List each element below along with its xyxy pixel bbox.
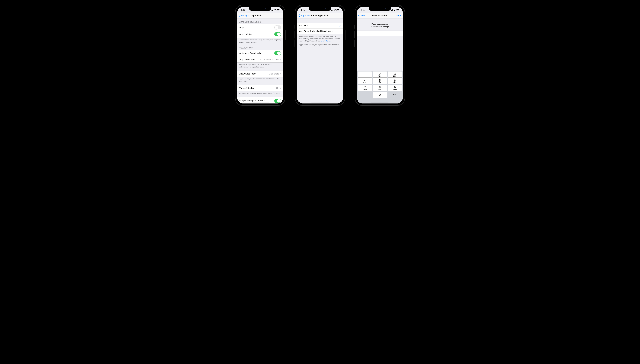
back-label: Settings: [241, 14, 249, 17]
option-label: App Store: [299, 24, 309, 27]
key-6[interactable]: 6MNO: [388, 78, 402, 84]
row-allow-apps-from[interactable]: Allow Apps From App Store: [237, 71, 283, 77]
wifi-icon: [334, 9, 336, 11]
row-auto-downloads[interactable]: Automatic Downloads: [237, 50, 283, 57]
row-app-downloads[interactable]: App Downloads Ask If Over 200 MB: [237, 57, 283, 62]
chevron-left-icon: [239, 14, 240, 17]
section-header: Cellular Data: [237, 44, 283, 50]
status-time: 9:41: [241, 9, 245, 11]
row-label: Apps: [239, 26, 244, 29]
key-4[interactable]: 4GHI: [358, 78, 372, 84]
row-label: App Updates: [239, 33, 252, 36]
done-button[interactable]: Done: [396, 14, 402, 17]
key-2[interactable]: 2ABC: [373, 72, 387, 78]
learn-more-link[interactable]: Learn More…: [321, 40, 331, 42]
cellular-icon: [391, 9, 393, 11]
wifi-icon: [393, 9, 396, 11]
cellular-icon: [271, 9, 273, 11]
chevron-right-icon: [280, 59, 281, 60]
passcode-input[interactable]: [357, 30, 403, 36]
section-header: Automatic Downloads: [237, 18, 283, 24]
row-value: App Store: [269, 72, 279, 75]
option-label: App Store & Identified Developers: [299, 30, 332, 33]
row-value: Ask If Over 200 MB: [260, 58, 279, 61]
key-3[interactable]: 3DEF: [388, 72, 402, 78]
key-0[interactable]: 0: [373, 92, 387, 98]
row-label: App Downloads: [239, 58, 255, 61]
section-footer: Automatically play app preview videos in…: [237, 91, 283, 96]
option-identified-developers[interactable]: App Store & Identified Developers: [297, 28, 343, 34]
key-7[interactable]: 7PQRS: [358, 85, 372, 91]
toggle-apps[interactable]: [274, 25, 281, 30]
back-button[interactable]: Settings: [239, 14, 249, 17]
option-app-store[interactable]: App Store: [297, 23, 343, 28]
svg-rect-1: [277, 9, 279, 10]
navbar: Cencel Enter Passcode Done: [357, 13, 403, 18]
row-apps[interactable]: Apps: [237, 24, 283, 31]
phone-appstore-settings: 9:41 Settings App Store Automatic Downlo…: [235, 5, 285, 105]
cellular-icon: [331, 9, 333, 11]
key-8[interactable]: 8TUV: [373, 85, 387, 91]
back-label: App Store: [300, 14, 310, 17]
numeric-keypad: 1 2ABC 3DEF 4GHI 5JKL 6MNO 7PQRS 8TUV 9W…: [357, 71, 403, 104]
key-9[interactable]: 9WXYZ: [388, 85, 402, 91]
status-time: 9:41: [361, 9, 364, 11]
back-button[interactable]: App Store: [298, 14, 310, 17]
toggle-app-updates[interactable]: [274, 32, 281, 36]
key-5[interactable]: 5JKL: [373, 78, 387, 84]
backspace-icon: [393, 94, 396, 96]
svg-rect-7: [396, 9, 399, 10]
section-footer: Automatically download new purchases (in…: [237, 38, 283, 44]
phone-enter-passcode: 9:41 Cencel Enter Passcode Done Enter yo…: [355, 5, 405, 105]
navbar: Settings App Store: [237, 13, 283, 18]
wifi-icon: [274, 9, 276, 11]
key-empty: [358, 92, 372, 98]
row-ratings[interactable]: In-App Ratings & Reviews: [237, 97, 283, 104]
section-footer: Apps distributed by your organization ar…: [297, 43, 343, 47]
svg-rect-8: [399, 10, 399, 10]
key-1[interactable]: 1: [358, 72, 372, 78]
section-footer: Apps can only be downloaded and installe…: [237, 77, 283, 83]
home-indicator[interactable]: [311, 102, 329, 102]
svg-rect-5: [339, 10, 340, 10]
row-label: Allow Apps From: [239, 72, 256, 75]
checkmark-icon: [339, 25, 341, 26]
svg-rect-2: [280, 10, 280, 10]
toggle-auto-downloads[interactable]: [274, 51, 281, 55]
battery-icon: [396, 9, 400, 11]
key-backspace[interactable]: [388, 92, 402, 98]
text-cursor: [359, 32, 359, 35]
passcode-prompt: Enter your passcodeto confirm this chang…: [357, 18, 403, 30]
row-video-autoplay[interactable]: Video Autoplay On: [237, 85, 283, 91]
status-time: 9:41: [301, 9, 305, 11]
section-footer: Only allow apps under 200 MB to download…: [237, 62, 283, 69]
section-footer: Apps downloaded from outside the App Sto…: [297, 34, 343, 43]
toggle-ratings[interactable]: [274, 99, 281, 103]
phone-allow-apps-from: 9:41 App Store Allow Apps From App Store: [295, 5, 345, 105]
home-indicator[interactable]: [251, 102, 269, 102]
battery-icon: [336, 9, 340, 11]
row-value: On: [276, 87, 279, 90]
cancel-button[interactable]: Cencel: [358, 14, 365, 17]
row-label: Automatic Downloads: [239, 52, 261, 54]
battery-icon: [277, 9, 280, 11]
chevron-left-icon: [298, 14, 300, 17]
chevron-right-icon: [280, 73, 281, 75]
svg-rect-4: [337, 9, 339, 10]
navbar: App Store Allow Apps From: [297, 13, 343, 18]
chevron-right-icon: [280, 87, 281, 89]
home-indicator[interactable]: [371, 102, 389, 102]
row-app-updates[interactable]: App Updates: [237, 31, 283, 38]
row-label: Video Autoplay: [239, 87, 254, 90]
